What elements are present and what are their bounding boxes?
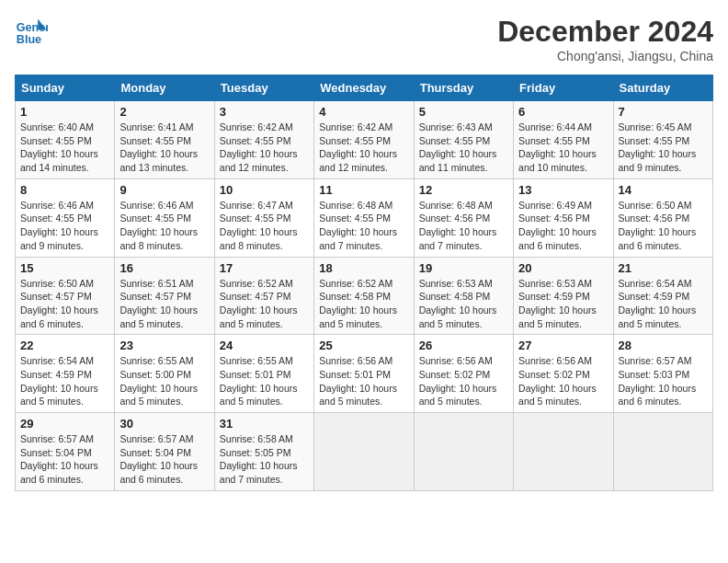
calendar-cell: 14Sunrise: 6:50 AM Sunset: 4:56 PM Dayli… [613,178,712,257]
day-info: Sunrise: 6:57 AM Sunset: 5:04 PM Dayligh… [20,432,109,487]
calendar-cell: 16Sunrise: 6:51 AM Sunset: 4:57 PM Dayli… [115,257,214,335]
day-info: Sunrise: 6:57 AM Sunset: 5:04 PM Dayligh… [119,432,209,487]
day-info: Sunrise: 6:52 AM Sunset: 4:57 PM Dayligh… [220,277,309,331]
day-info: Sunrise: 6:56 AM Sunset: 5:02 PM Dayligh… [518,354,608,408]
calendar-cell: 26Sunrise: 6:56 AM Sunset: 5:02 PM Dayli… [414,335,513,413]
day-number: 12 [419,183,508,197]
calendar-cell: 7Sunrise: 6:45 AM Sunset: 4:55 PM Daylig… [613,101,712,179]
calendar-cell: 4Sunrise: 6:42 AM Sunset: 4:55 PM Daylig… [314,101,414,179]
calendar-header: SundayMondayTuesdayWednesdayThursdayFrid… [16,75,713,101]
day-number: 26 [419,339,508,352]
day-info: Sunrise: 6:54 AM Sunset: 4:59 PM Dayligh… [20,354,109,408]
day-info: Sunrise: 6:52 AM Sunset: 4:58 PM Dayligh… [319,277,408,331]
day-info: Sunrise: 6:56 AM Sunset: 5:01 PM Dayligh… [319,354,408,408]
day-info: Sunrise: 6:48 AM Sunset: 4:55 PM Dayligh… [319,199,408,253]
day-info: Sunrise: 6:46 AM Sunset: 4:55 PM Dayligh… [20,199,109,253]
day-number: 3 [220,105,309,119]
day-number: 9 [119,183,209,197]
calendar-cell: 12Sunrise: 6:48 AM Sunset: 4:56 PM Dayli… [414,178,513,257]
day-info: Sunrise: 6:47 AM Sunset: 4:55 PM Dayligh… [220,199,309,253]
calendar-cell: 25Sunrise: 6:56 AM Sunset: 5:01 PM Dayli… [314,335,414,413]
weekday-header-friday: Friday [514,75,613,101]
day-number: 21 [619,261,708,275]
weekday-header-saturday: Saturday [613,75,712,101]
svg-text:Blue: Blue [17,33,41,46]
calendar-cell: 11Sunrise: 6:48 AM Sunset: 4:55 PM Dayli… [314,178,414,257]
calendar-cell: 3Sunrise: 6:42 AM Sunset: 4:55 PM Daylig… [214,101,313,179]
day-number: 19 [419,261,508,275]
calendar-cell: 1Sunrise: 6:40 AM Sunset: 4:55 PM Daylig… [16,101,115,179]
calendar-cell [613,413,712,491]
weekday-header-sunday: Sunday [16,75,115,101]
day-info: Sunrise: 6:49 AM Sunset: 4:56 PM Dayligh… [518,199,608,253]
day-number: 16 [119,261,209,275]
calendar-cell: 8Sunrise: 6:46 AM Sunset: 4:55 PM Daylig… [16,178,115,257]
day-number: 10 [220,183,309,197]
day-info: Sunrise: 6:45 AM Sunset: 4:55 PM Dayligh… [619,121,708,175]
logo: General Blue [15,15,48,48]
day-number: 20 [518,261,608,275]
day-number: 28 [619,339,708,352]
day-number: 29 [20,417,109,431]
day-info: Sunrise: 6:51 AM Sunset: 4:57 PM Dayligh… [119,277,209,331]
day-info: Sunrise: 6:40 AM Sunset: 4:55 PM Dayligh… [20,121,109,175]
day-info: Sunrise: 6:43 AM Sunset: 4:55 PM Dayligh… [419,121,508,175]
day-number: 11 [319,183,408,197]
calendar-cell: 15Sunrise: 6:50 AM Sunset: 4:57 PM Dayli… [16,257,115,335]
day-number: 5 [419,105,508,119]
day-number: 6 [518,105,608,119]
calendar-cell: 30Sunrise: 6:57 AM Sunset: 5:04 PM Dayli… [115,413,214,491]
calendar-cell: 6Sunrise: 6:44 AM Sunset: 4:55 PM Daylig… [514,101,613,179]
weekday-header-wednesday: Wednesday [314,75,414,101]
day-info: Sunrise: 6:56 AM Sunset: 5:02 PM Dayligh… [419,354,508,408]
day-info: Sunrise: 6:58 AM Sunset: 5:05 PM Dayligh… [220,432,309,487]
day-info: Sunrise: 6:55 AM Sunset: 5:01 PM Dayligh… [220,354,309,408]
calendar-week-1: 1Sunrise: 6:40 AM Sunset: 4:55 PM Daylig… [16,101,713,179]
day-info: Sunrise: 6:55 AM Sunset: 5:00 PM Dayligh… [119,354,209,408]
day-number: 23 [119,339,209,352]
day-number: 24 [220,339,309,352]
day-info: Sunrise: 6:41 AM Sunset: 4:55 PM Dayligh… [119,121,209,175]
day-number: 18 [319,261,408,275]
day-info: Sunrise: 6:54 AM Sunset: 4:59 PM Dayligh… [619,277,708,331]
weekday-header-monday: Monday [115,75,214,101]
title-block: December 2024 Chong'ansi, Jiangsu, China [497,15,713,63]
day-info: Sunrise: 6:53 AM Sunset: 4:59 PM Dayligh… [518,277,608,331]
calendar-cell [314,413,414,491]
calendar-cell: 9Sunrise: 6:46 AM Sunset: 4:55 PM Daylig… [115,178,214,257]
day-info: Sunrise: 6:50 AM Sunset: 4:57 PM Dayligh… [20,277,109,331]
calendar-cell: 10Sunrise: 6:47 AM Sunset: 4:55 PM Dayli… [214,178,313,257]
day-number: 14 [619,183,708,197]
calendar-cell: 24Sunrise: 6:55 AM Sunset: 5:01 PM Dayli… [214,335,313,413]
calendar-week-2: 8Sunrise: 6:46 AM Sunset: 4:55 PM Daylig… [16,178,713,257]
calendar-cell: 17Sunrise: 6:52 AM Sunset: 4:57 PM Dayli… [214,257,313,335]
calendar-cell: 5Sunrise: 6:43 AM Sunset: 4:55 PM Daylig… [414,101,513,179]
day-number: 25 [319,339,408,352]
day-number: 1 [20,105,109,119]
weekday-header-thursday: Thursday [414,75,513,101]
calendar-table: SundayMondayTuesdayWednesdayThursdayFrid… [15,75,713,491]
day-number: 30 [119,417,209,431]
day-number: 13 [518,183,608,197]
location-subtitle: Chong'ansi, Jiangsu, China [497,49,713,63]
day-number: 31 [220,417,309,431]
day-info: Sunrise: 6:44 AM Sunset: 4:55 PM Dayligh… [518,121,608,175]
day-number: 22 [20,339,109,352]
day-info: Sunrise: 6:53 AM Sunset: 4:58 PM Dayligh… [419,277,508,331]
day-number: 17 [220,261,309,275]
day-info: Sunrise: 6:48 AM Sunset: 4:56 PM Dayligh… [419,199,508,253]
calendar-cell [414,413,513,491]
day-info: Sunrise: 6:42 AM Sunset: 4:55 PM Dayligh… [220,121,309,175]
calendar-cell: 27Sunrise: 6:56 AM Sunset: 5:02 PM Dayli… [514,335,613,413]
day-info: Sunrise: 6:46 AM Sunset: 4:55 PM Dayligh… [119,199,209,253]
calendar-cell: 2Sunrise: 6:41 AM Sunset: 4:55 PM Daylig… [115,101,214,179]
calendar-cell: 21Sunrise: 6:54 AM Sunset: 4:59 PM Dayli… [613,257,712,335]
calendar-cell: 18Sunrise: 6:52 AM Sunset: 4:58 PM Dayli… [314,257,414,335]
calendar-week-3: 15Sunrise: 6:50 AM Sunset: 4:57 PM Dayli… [16,257,713,335]
month-title: December 2024 [497,15,713,49]
logo-icon: General Blue [15,15,48,48]
calendar-week-5: 29Sunrise: 6:57 AM Sunset: 5:04 PM Dayli… [16,413,713,491]
page-header: General Blue December 2024 Chong'ansi, J… [15,15,713,63]
day-number: 8 [20,183,109,197]
calendar-week-4: 22Sunrise: 6:54 AM Sunset: 4:59 PM Dayli… [16,335,713,413]
